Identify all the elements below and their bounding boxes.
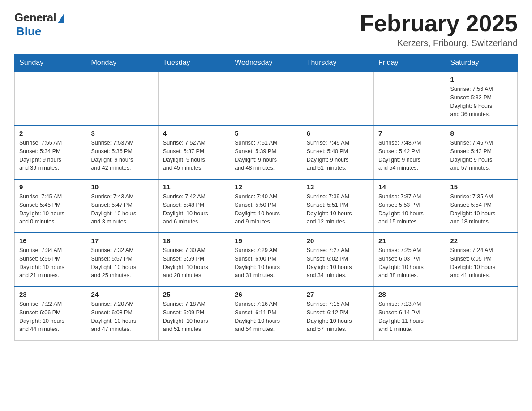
day-info: Sunrise: 7:39 AM Sunset: 5:51 PM Dayligh… [307,193,369,226]
weekday-header-monday: Monday [86,54,158,72]
weekday-header-tuesday: Tuesday [158,54,230,72]
calendar-cell: 24Sunrise: 7:20 AM Sunset: 6:08 PM Dayli… [86,287,158,340]
day-info: Sunrise: 7:32 AM Sunset: 5:57 PM Dayligh… [91,246,153,280]
calendar-cell: 1Sunrise: 7:56 AM Sunset: 5:33 PM Daylig… [446,72,517,125]
day-info: Sunrise: 7:25 AM Sunset: 6:03 PM Dayligh… [378,246,441,280]
calendar-cell: 5Sunrise: 7:51 AM Sunset: 5:39 PM Daylig… [230,125,302,179]
calendar-cell: 3Sunrise: 7:53 AM Sunset: 5:36 PM Daylig… [86,125,158,179]
logo-blue-text: Blue [16,25,41,39]
day-info: Sunrise: 7:51 AM Sunset: 5:39 PM Dayligh… [235,139,297,172]
weekday-header-wednesday: Wednesday [230,54,302,72]
day-info: Sunrise: 7:35 AM Sunset: 5:54 PM Dayligh… [450,193,513,226]
day-number: 3 [91,129,153,137]
day-number: 8 [450,129,513,137]
calendar-cell [86,72,158,125]
logo-top: General [14,11,64,25]
day-info: Sunrise: 7:34 AM Sunset: 5:56 PM Dayligh… [19,246,82,280]
calendar-cell [374,72,446,125]
location: Kerzers, Fribourg, Switzerland [360,38,518,48]
calendar-cell: 13Sunrise: 7:39 AM Sunset: 5:51 PM Dayli… [302,179,373,233]
weekday-header-friday: Friday [374,54,446,72]
calendar-cell [230,72,302,125]
calendar-cell: 26Sunrise: 7:16 AM Sunset: 6:11 PM Dayli… [230,287,302,340]
day-number: 27 [307,291,369,298]
day-info: Sunrise: 7:37 AM Sunset: 5:53 PM Dayligh… [378,193,441,226]
day-info: Sunrise: 7:46 AM Sunset: 5:43 PM Dayligh… [450,139,513,172]
day-number: 7 [378,129,441,137]
header: General Blue February 2025 Kerzers, Frib… [14,11,518,48]
title-section: February 2025 Kerzers, Fribourg, Switzer… [360,11,518,48]
week-row-4: 16Sunrise: 7:34 AM Sunset: 5:56 PM Dayli… [15,233,518,287]
day-info: Sunrise: 7:18 AM Sunset: 6:09 PM Dayligh… [163,300,225,334]
day-number: 2 [19,129,82,137]
day-number: 20 [307,237,369,244]
day-info: Sunrise: 7:22 AM Sunset: 6:06 PM Dayligh… [19,300,82,334]
day-number: 13 [307,183,369,191]
day-info: Sunrise: 7:30 AM Sunset: 5:59 PM Dayligh… [163,246,225,280]
calendar-cell: 14Sunrise: 7:37 AM Sunset: 5:53 PM Dayli… [374,179,446,233]
day-info: Sunrise: 7:45 AM Sunset: 5:45 PM Dayligh… [19,193,82,226]
calendar-cell: 4Sunrise: 7:52 AM Sunset: 5:37 PM Daylig… [158,125,230,179]
calendar-cell: 10Sunrise: 7:43 AM Sunset: 5:47 PM Dayli… [86,179,158,233]
day-info: Sunrise: 7:53 AM Sunset: 5:36 PM Dayligh… [91,139,153,172]
calendar-cell: 22Sunrise: 7:24 AM Sunset: 6:05 PM Dayli… [446,233,517,287]
month-title: February 2025 [360,11,518,36]
day-number: 6 [307,129,369,137]
day-info: Sunrise: 7:13 AM Sunset: 6:14 PM Dayligh… [378,300,441,334]
day-number: 15 [450,183,513,191]
day-info: Sunrise: 7:40 AM Sunset: 5:50 PM Dayligh… [235,193,297,226]
calendar: SundayMondayTuesdayWednesdayThursdayFrid… [14,54,518,341]
calendar-cell: 19Sunrise: 7:29 AM Sunset: 6:00 PM Dayli… [230,233,302,287]
day-info: Sunrise: 7:52 AM Sunset: 5:37 PM Dayligh… [163,139,225,172]
calendar-header-row: SundayMondayTuesdayWednesdayThursdayFrid… [15,54,518,72]
day-number: 5 [235,129,297,137]
day-number: 21 [378,237,441,244]
day-number: 26 [235,291,297,298]
day-info: Sunrise: 7:16 AM Sunset: 6:11 PM Dayligh… [235,300,297,334]
day-info: Sunrise: 7:43 AM Sunset: 5:47 PM Dayligh… [91,193,153,226]
calendar-cell [302,72,373,125]
day-number: 10 [91,183,153,191]
day-info: Sunrise: 7:56 AM Sunset: 5:33 PM Dayligh… [450,85,513,119]
day-info: Sunrise: 7:24 AM Sunset: 6:05 PM Dayligh… [450,246,513,280]
day-info: Sunrise: 7:15 AM Sunset: 6:12 PM Dayligh… [307,300,369,334]
day-info: Sunrise: 7:20 AM Sunset: 6:08 PM Dayligh… [91,300,153,334]
day-number: 18 [163,237,225,244]
calendar-cell: 20Sunrise: 7:27 AM Sunset: 6:02 PM Dayli… [302,233,373,287]
day-number: 9 [19,183,82,191]
day-info: Sunrise: 7:27 AM Sunset: 6:02 PM Dayligh… [307,246,369,280]
calendar-cell: 18Sunrise: 7:30 AM Sunset: 5:59 PM Dayli… [158,233,230,287]
logo-general-text: General [14,11,56,25]
day-number: 24 [91,291,153,298]
day-number: 16 [19,237,82,244]
calendar-cell [158,72,230,125]
calendar-cell: 7Sunrise: 7:48 AM Sunset: 5:42 PM Daylig… [374,125,446,179]
day-number: 17 [91,237,153,244]
day-info: Sunrise: 7:29 AM Sunset: 6:00 PM Dayligh… [235,246,297,280]
calendar-cell: 16Sunrise: 7:34 AM Sunset: 5:56 PM Dayli… [15,233,86,287]
calendar-cell: 23Sunrise: 7:22 AM Sunset: 6:06 PM Dayli… [15,287,86,340]
day-number: 25 [163,291,225,298]
day-number: 23 [19,291,82,298]
calendar-cell: 8Sunrise: 7:46 AM Sunset: 5:43 PM Daylig… [446,125,517,179]
calendar-cell [15,72,86,125]
day-info: Sunrise: 7:55 AM Sunset: 5:34 PM Dayligh… [19,139,82,172]
calendar-cell: 2Sunrise: 7:55 AM Sunset: 5:34 PM Daylig… [15,125,86,179]
day-number: 12 [235,183,297,191]
week-row-2: 2Sunrise: 7:55 AM Sunset: 5:34 PM Daylig… [15,125,518,179]
calendar-cell [446,287,517,340]
weekday-header-sunday: Sunday [15,54,86,72]
day-number: 4 [163,129,225,137]
day-number: 22 [450,237,513,244]
day-number: 14 [378,183,441,191]
calendar-cell: 17Sunrise: 7:32 AM Sunset: 5:57 PM Dayli… [86,233,158,287]
week-row-5: 23Sunrise: 7:22 AM Sunset: 6:06 PM Dayli… [15,287,518,340]
day-number: 28 [378,291,441,298]
weekday-header-saturday: Saturday [446,54,517,72]
calendar-cell: 21Sunrise: 7:25 AM Sunset: 6:03 PM Dayli… [374,233,446,287]
calendar-cell: 6Sunrise: 7:49 AM Sunset: 5:40 PM Daylig… [302,125,373,179]
calendar-cell: 15Sunrise: 7:35 AM Sunset: 5:54 PM Dayli… [446,179,517,233]
calendar-cell: 25Sunrise: 7:18 AM Sunset: 6:09 PM Dayli… [158,287,230,340]
calendar-cell: 12Sunrise: 7:40 AM Sunset: 5:50 PM Dayli… [230,179,302,233]
calendar-cell: 27Sunrise: 7:15 AM Sunset: 6:12 PM Dayli… [302,287,373,340]
